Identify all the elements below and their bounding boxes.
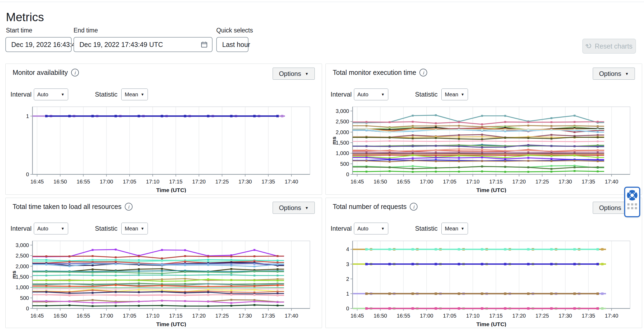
svg-text:17:10: 17:10 xyxy=(466,179,480,185)
options-button[interactable]: Options ▼ xyxy=(273,202,315,214)
chart-controls: Interval Auto ▼ Statistic Mean ▼ xyxy=(10,89,148,100)
interval-select[interactable]: Auto ▼ xyxy=(34,223,68,234)
chart-controls: Interval Auto ▼ Statistic Mean ▼ xyxy=(331,89,468,100)
info-icon[interactable]: i xyxy=(71,69,79,76)
chart-monitor-availability[interactable]: 0116:4516:5016:5517:0017:0517:1017:1517:… xyxy=(12,104,316,193)
options-button[interactable]: Options ▼ xyxy=(593,68,635,80)
svg-text:17:15: 17:15 xyxy=(489,313,503,319)
chevron-down-icon: ▼ xyxy=(141,227,144,230)
page-title: Metrics xyxy=(6,10,44,24)
refresh-icon: ↻ xyxy=(584,41,594,51)
drag-handle-dots-icon[interactable] xyxy=(627,203,637,209)
interval-label: Interval xyxy=(331,91,352,98)
svg-text:17:40: 17:40 xyxy=(285,313,298,319)
svg-text:17:35: 17:35 xyxy=(262,179,275,185)
svg-text:3: 3 xyxy=(346,261,349,267)
chevron-down-icon: ▼ xyxy=(381,93,385,96)
svg-text:17:25: 17:25 xyxy=(215,313,229,319)
end-time-input[interactable]: Dec 19, 2022 17:43:49 UTC xyxy=(74,37,213,52)
panel-total-monitor-execution-time: Total monitor execution time i Options ▼… xyxy=(325,64,642,195)
svg-text:16:50: 16:50 xyxy=(53,313,67,319)
chart-total-number-of-requests[interactable]: 0123416:4516:5016:5517:0017:0517:1017:15… xyxy=(332,238,636,327)
svg-text:17:30: 17:30 xyxy=(239,179,252,185)
svg-text:16:55: 16:55 xyxy=(397,313,410,319)
svg-text:16:55: 16:55 xyxy=(77,313,90,319)
info-icon[interactable]: i xyxy=(125,203,133,211)
svg-text:17:20: 17:20 xyxy=(192,179,206,185)
svg-text:16:50: 16:50 xyxy=(374,313,387,319)
svg-text:17:20: 17:20 xyxy=(192,313,206,319)
chart-total-time-load-resources[interactable]: 05001,0001,5002,0002,5003,00016:4516:501… xyxy=(12,238,316,327)
quick-selects-dropdown[interactable]: Last hour xyxy=(216,37,248,52)
chevron-down-icon: ▼ xyxy=(305,206,309,210)
svg-text:2: 2 xyxy=(346,276,349,282)
start-time-input[interactable]: Dec 19, 2022 16:43:49 UTC xyxy=(5,37,72,52)
chart-controls: Interval Auto ▼ Statistic Mean ▼ xyxy=(331,223,468,234)
svg-text:17:20: 17:20 xyxy=(512,179,526,185)
chart-total-monitor-execution-time[interactable]: 05001,0001,5002,0002,5003,00016:4516:501… xyxy=(332,104,636,193)
svg-text:16:55: 16:55 xyxy=(77,179,90,185)
panel-title: Monitor availability xyxy=(13,69,68,76)
svg-text:1,500: 1,500 xyxy=(336,140,349,146)
svg-text:3,000: 3,000 xyxy=(16,242,29,248)
svg-text:3,000: 3,000 xyxy=(336,108,349,114)
chevron-down-icon: ▼ xyxy=(61,227,65,230)
panel-monitor-availability: Monitor availability i Options ▼ Interva… xyxy=(5,64,322,195)
panel-title: Total monitor execution time xyxy=(333,69,416,76)
options-button[interactable]: Options ▼ xyxy=(273,68,315,80)
svg-text:17:30: 17:30 xyxy=(559,179,572,185)
life-ring-icon[interactable] xyxy=(626,189,638,201)
svg-text:17:40: 17:40 xyxy=(605,179,618,185)
svg-text:17:20: 17:20 xyxy=(512,313,526,319)
svg-text:17:25: 17:25 xyxy=(536,313,549,319)
svg-text:17:05: 17:05 xyxy=(443,313,456,319)
svg-text:16:50: 16:50 xyxy=(53,179,67,185)
interval-select[interactable]: Auto ▼ xyxy=(34,89,68,100)
calendar-icon[interactable] xyxy=(201,41,208,48)
interval-select[interactable]: Auto ▼ xyxy=(354,89,388,100)
svg-text:17:25: 17:25 xyxy=(215,179,229,185)
statistic-select[interactable]: Mean ▼ xyxy=(121,89,148,100)
svg-text:17:15: 17:15 xyxy=(489,179,503,185)
svg-text:17:25: 17:25 xyxy=(536,179,549,185)
end-time-label: End time xyxy=(74,27,98,34)
svg-text:17:30: 17:30 xyxy=(239,313,252,319)
svg-text:17:00: 17:00 xyxy=(100,179,113,185)
svg-text:17:10: 17:10 xyxy=(146,179,159,185)
svg-text:17:00: 17:00 xyxy=(420,179,433,185)
quick-selects-value: Last hour xyxy=(222,41,250,49)
statistic-select[interactable]: Mean ▼ xyxy=(441,223,468,234)
svg-text:1: 1 xyxy=(346,291,349,297)
statistic-select[interactable]: Mean ▼ xyxy=(441,89,468,100)
svg-text:17:05: 17:05 xyxy=(443,179,456,185)
svg-text:Time (UTC): Time (UTC) xyxy=(156,321,186,327)
svg-text:2,500: 2,500 xyxy=(336,119,349,124)
svg-text:17:15: 17:15 xyxy=(169,179,182,185)
info-icon[interactable]: i xyxy=(410,203,418,211)
svg-text:0: 0 xyxy=(26,171,29,177)
svg-text:17:35: 17:35 xyxy=(582,179,595,185)
panel-total-time-load-resources: Total time taken to load all resources i… xyxy=(5,198,322,328)
svg-text:ms: ms xyxy=(332,137,337,145)
svg-text:1,000: 1,000 xyxy=(16,284,29,290)
svg-text:500: 500 xyxy=(340,161,349,167)
svg-text:17:40: 17:40 xyxy=(285,179,298,185)
chevron-down-icon: ▼ xyxy=(305,72,309,76)
reset-charts-button[interactable]: ↻ Reset charts xyxy=(582,39,636,54)
svg-text:16:55: 16:55 xyxy=(397,179,410,185)
svg-text:17:15: 17:15 xyxy=(169,313,182,319)
svg-text:ms: ms xyxy=(12,271,17,279)
extension-widget[interactable] xyxy=(624,187,640,217)
chevron-down-icon: ▼ xyxy=(141,93,144,96)
svg-text:0: 0 xyxy=(346,171,349,177)
interval-select[interactable]: Auto ▼ xyxy=(354,223,388,234)
panel-title: Total number of requests xyxy=(333,203,407,211)
svg-text:1,500: 1,500 xyxy=(16,274,29,280)
svg-text:0: 0 xyxy=(26,306,29,311)
chevron-down-icon: ▼ xyxy=(461,227,464,230)
interval-label: Interval xyxy=(331,225,352,232)
info-icon[interactable]: i xyxy=(419,69,427,76)
start-time-label: Start time xyxy=(6,27,32,34)
statistic-select[interactable]: Mean ▼ xyxy=(121,223,148,234)
chevron-down-icon: ▼ xyxy=(461,93,464,96)
